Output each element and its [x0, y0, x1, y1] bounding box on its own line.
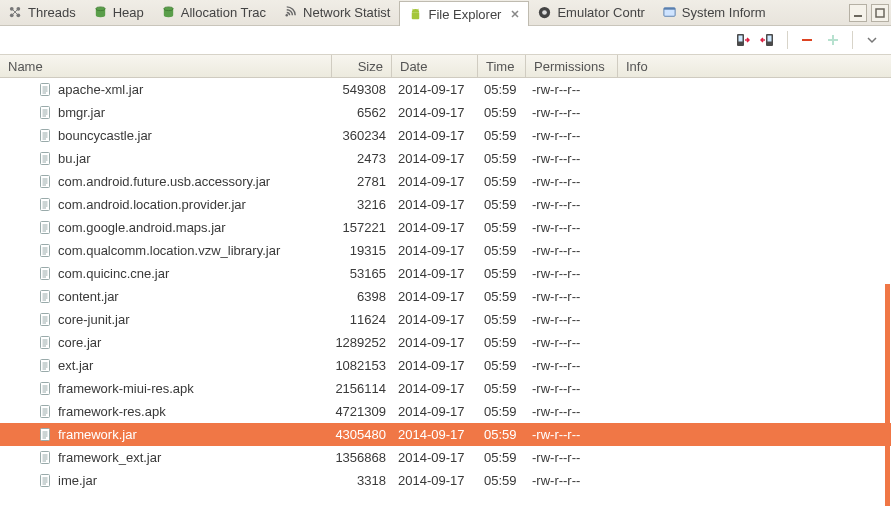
column-header-size[interactable]: Size	[332, 55, 392, 77]
tab-emulator-contr[interactable]: Emulator Contr	[529, 0, 653, 25]
minimize-view-button[interactable]	[849, 4, 867, 22]
file-date: 2014-09-17	[392, 243, 478, 258]
file-size: 4721309	[332, 404, 392, 419]
net-icon	[283, 5, 298, 20]
tab-label: System Inform	[682, 5, 766, 20]
close-icon[interactable]	[510, 9, 520, 19]
file-date: 2014-09-17	[392, 82, 478, 97]
threads-icon	[8, 5, 23, 20]
table-row[interactable]: core-junit.jar116242014-09-1705:59-rw-r-…	[0, 308, 891, 331]
toolbar-separator	[787, 31, 788, 49]
file-size: 6398	[332, 289, 392, 304]
file-icon	[38, 289, 52, 304]
file-date: 2014-09-17	[392, 312, 478, 327]
column-header-info[interactable]: Info	[618, 55, 891, 77]
file-date: 2014-09-17	[392, 105, 478, 120]
column-header-name[interactable]: Name	[0, 55, 332, 77]
file-size: 6562	[332, 105, 392, 120]
table-row[interactable]: com.google.android.maps.jar1572212014-09…	[0, 216, 891, 239]
file-name: bu.jar	[58, 151, 91, 166]
svg-rect-3	[739, 35, 743, 41]
file-date: 2014-09-17	[392, 335, 478, 350]
file-time: 05:59	[478, 243, 526, 258]
table-row[interactable]: com.android.future.usb.accessory.jar2781…	[0, 170, 891, 193]
table-row[interactable]: com.qualcomm.location.vzw_library.jar193…	[0, 239, 891, 262]
table-row[interactable]: apache-xml.jar5493082014-09-1705:59-rw-r…	[0, 78, 891, 101]
file-name: com.qualcomm.location.vzw_library.jar	[58, 243, 280, 258]
column-header-permissions[interactable]: Permissions	[526, 55, 618, 77]
pull-file-button[interactable]	[759, 31, 777, 49]
minimize-icon	[853, 8, 863, 18]
file-date: 2014-09-17	[392, 381, 478, 396]
file-time: 05:59	[478, 289, 526, 304]
file-permissions: -rw-r--r--	[526, 220, 618, 235]
android-icon	[408, 7, 423, 22]
file-date: 2014-09-17	[392, 404, 478, 419]
table-row[interactable]: framework.jar43054802014-09-1705:59-rw-r…	[0, 423, 891, 446]
pull-file-icon	[760, 32, 776, 48]
file-time: 05:59	[478, 450, 526, 465]
table-row[interactable]: content.jar63982014-09-1705:59-rw-r--r--	[0, 285, 891, 308]
svg-rect-0	[854, 15, 862, 17]
file-permissions: -rw-r--r--	[526, 335, 618, 350]
file-permissions: -rw-r--r--	[526, 197, 618, 212]
tab-system-inform[interactable]: System Inform	[654, 0, 775, 25]
file-date: 2014-09-17	[392, 427, 478, 442]
file-name: com.android.future.usb.accessory.jar	[58, 174, 270, 189]
tab-file-explorer[interactable]: File Explorer	[399, 1, 529, 26]
table-row[interactable]: bouncycastle.jar3602342014-09-1705:59-rw…	[0, 124, 891, 147]
table-row[interactable]: framework-miui-res.apk21561142014-09-170…	[0, 377, 891, 400]
file-size: 53165	[332, 266, 392, 281]
table-row[interactable]: bmgr.jar65622014-09-1705:59-rw-r--r--	[0, 101, 891, 124]
file-size: 2156114	[332, 381, 392, 396]
file-name: apache-xml.jar	[58, 82, 143, 97]
file-permissions: -rw-r--r--	[526, 266, 618, 281]
view-menu-button[interactable]	[863, 31, 881, 49]
maximize-icon	[875, 8, 885, 18]
column-header-time[interactable]: Time	[478, 55, 526, 77]
file-permissions: -rw-r--r--	[526, 105, 618, 120]
svg-rect-8	[828, 39, 838, 41]
table-row[interactable]: com.quicinc.cne.jar531652014-09-1705:59-…	[0, 262, 891, 285]
file-time: 05:59	[478, 151, 526, 166]
file-table-body[interactable]: apache-xml.jar5493082014-09-1705:59-rw-r…	[0, 78, 891, 506]
push-file-button[interactable]	[733, 31, 751, 49]
maximize-view-button[interactable]	[871, 4, 889, 22]
table-row[interactable]: ext.jar10821532014-09-1705:59-rw-r--r--	[0, 354, 891, 377]
scrollbar-indicator[interactable]	[885, 284, 890, 506]
file-name: framework.jar	[58, 427, 137, 442]
file-icon	[38, 450, 52, 465]
file-time: 05:59	[478, 427, 526, 442]
file-date: 2014-09-17	[392, 450, 478, 465]
file-permissions: -rw-r--r--	[526, 289, 618, 304]
file-icon	[38, 312, 52, 327]
file-name: ime.jar	[58, 473, 97, 488]
file-time: 05:59	[478, 381, 526, 396]
file-date: 2014-09-17	[392, 358, 478, 373]
table-row[interactable]: com.android.location.provider.jar3216201…	[0, 193, 891, 216]
tab-label: Network Statist	[303, 5, 390, 20]
file-icon	[38, 427, 52, 442]
file-date: 2014-09-17	[392, 151, 478, 166]
file-time: 05:59	[478, 174, 526, 189]
table-row[interactable]: framework-res.apk47213092014-09-1705:59-…	[0, 400, 891, 423]
delete-button[interactable]	[798, 31, 816, 49]
tab-allocation-trac[interactable]: Allocation Trac	[153, 0, 275, 25]
tab-network-statist[interactable]: Network Statist	[275, 0, 399, 25]
file-icon	[38, 243, 52, 258]
table-row[interactable]: framework_ext.jar13568682014-09-1705:59-…	[0, 446, 891, 469]
tab-label: Allocation Trac	[181, 5, 266, 20]
column-header-date[interactable]: Date	[392, 55, 478, 77]
file-date: 2014-09-17	[392, 128, 478, 143]
file-size: 4305480	[332, 427, 392, 442]
file-permissions: -rw-r--r--	[526, 312, 618, 327]
tab-heap[interactable]: Heap	[85, 0, 153, 25]
tab-threads[interactable]: Threads	[0, 0, 85, 25]
file-permissions: -rw-r--r--	[526, 243, 618, 258]
table-row[interactable]: core.jar12892522014-09-1705:59-rw-r--r--	[0, 331, 891, 354]
file-size: 2473	[332, 151, 392, 166]
tab-label: Heap	[113, 5, 144, 20]
table-row[interactable]: bu.jar24732014-09-1705:59-rw-r--r--	[0, 147, 891, 170]
table-row[interactable]: ime.jar33182014-09-1705:59-rw-r--r--	[0, 469, 891, 492]
file-name: bouncycastle.jar	[58, 128, 152, 143]
